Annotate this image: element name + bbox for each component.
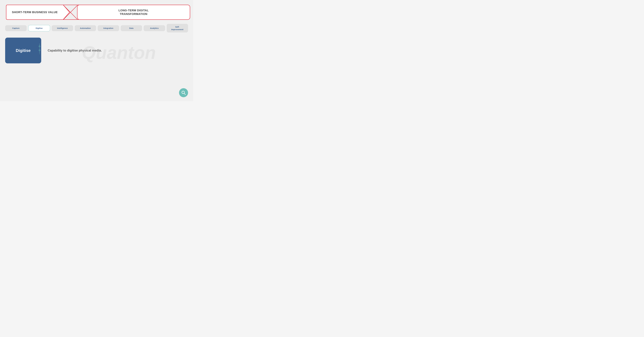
tab-digitise[interactable]: Digitise [28, 25, 50, 32]
detail-card-title: Digitise [16, 48, 31, 53]
tab-automation[interactable]: Automation [75, 25, 96, 31]
detail-card[interactable]: Digitise [5, 38, 41, 63]
search-icon [181, 90, 186, 95]
detail-section: Digitise Capability to digitise physical… [5, 38, 188, 63]
tab-intelligence[interactable]: Intelligence [52, 25, 73, 31]
tab-integration[interactable]: Integration [98, 25, 119, 31]
tab-self-improvement[interactable]: Self-Improvement [167, 24, 188, 32]
svg-line-10 [184, 93, 186, 95]
tab-capture[interactable]: Capture [5, 25, 27, 31]
tab-data[interactable]: Data [121, 25, 142, 31]
main-container: Quanton SHORT-TERM BUSINESS VALUE LONG-T… [0, 0, 193, 101]
detail-description: Capability to digitise physical media. [48, 49, 102, 52]
tab-analytics[interactable]: Analytics [144, 25, 165, 31]
tabs-row: Capture Digitise Intelligence Automation… [5, 24, 188, 32]
quanton-logo [179, 88, 188, 97]
